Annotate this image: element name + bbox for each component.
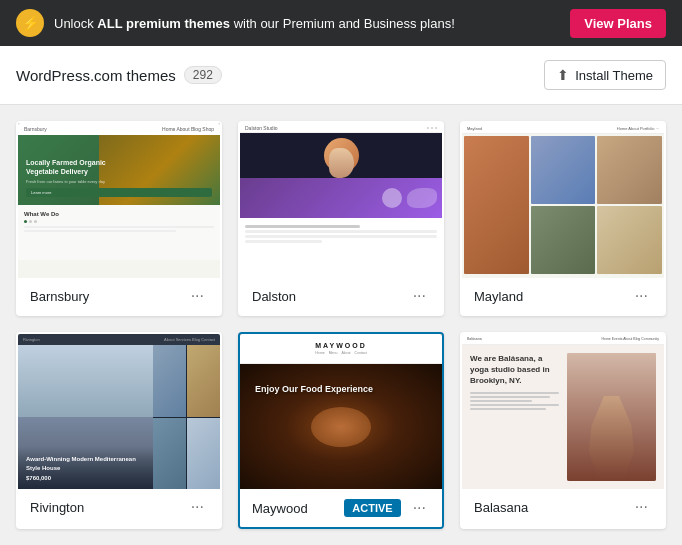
install-theme-button[interactable]: ⬆ Install Theme — [544, 60, 666, 90]
balasana-name: Balasana — [474, 500, 528, 515]
maywood-more-button[interactable]: ··· — [409, 500, 430, 516]
title-area: WordPress.com themes 292 — [16, 66, 222, 84]
barnsbury-footer: Barnsbury ··· — [18, 278, 220, 314]
mayland-more-button[interactable]: ··· — [631, 288, 652, 304]
barnsbury-name: Barnsbury — [30, 289, 89, 304]
page-header: WordPress.com themes 292 ⬆ Install Theme — [0, 46, 682, 105]
banner-text: Unlock ALL premium themes with our Premi… — [54, 16, 455, 31]
rivington-thumbnail: Rivington About Services Blog Contact Aw… — [18, 334, 220, 489]
rivington-footer: Rivington ··· — [18, 489, 220, 525]
theme-card-mayland[interactable]: Mayland Home About Portfolio ··· Mayland — [460, 121, 666, 316]
dalston-more-button[interactable]: ··· — [409, 288, 430, 304]
promo-banner: ⚡ Unlock ALL premium themes with our Pre… — [0, 0, 682, 46]
active-badge: ACTIVE — [344, 499, 400, 517]
barnsbury-more-button[interactable]: ··· — [187, 288, 208, 304]
theme-card-rivington[interactable]: Rivington About Services Blog Contact Aw… — [16, 332, 222, 529]
mayland-thumbnail: Mayland Home About Portfolio ··· — [462, 123, 664, 278]
balasana-footer: Balasana ··· — [462, 489, 664, 525]
lightning-icon: ⚡ — [16, 9, 44, 37]
mayland-name: Mayland — [474, 289, 523, 304]
dalston-thumbnail: Dalston Studio — [240, 123, 442, 278]
themes-grid: Barnsbury Home About Blog Shop Locally F… — [16, 121, 666, 529]
barnsbury-thumbnail: Barnsbury Home About Blog Shop Locally F… — [18, 123, 220, 278]
themes-container: Barnsbury Home About Blog Shop Locally F… — [0, 105, 682, 545]
dalston-footer: Dalston ··· — [240, 278, 442, 314]
theme-count-badge: 292 — [184, 66, 222, 84]
balasana-more-button[interactable]: ··· — [631, 499, 652, 515]
page-title: WordPress.com themes — [16, 67, 176, 84]
theme-card-dalston[interactable]: Dalston Studio — [238, 121, 444, 316]
maywood-name: Maywood — [252, 501, 308, 516]
rivington-name: Rivington — [30, 500, 84, 515]
mayland-footer: Mayland ··· — [462, 278, 664, 314]
view-plans-button[interactable]: View Plans — [570, 9, 666, 38]
theme-card-balasana[interactable]: Balásana Home Events About Blog Communit… — [460, 332, 666, 529]
upload-icon: ⬆ — [557, 67, 569, 83]
banner-content: ⚡ Unlock ALL premium themes with our Pre… — [16, 9, 455, 37]
rivington-more-button[interactable]: ··· — [187, 499, 208, 515]
maywood-thumbnail: MAYWOOD Home Menu About Contact Enjoy Ou… — [240, 334, 442, 489]
maywood-footer: Maywood ACTIVE ··· — [240, 489, 442, 527]
theme-card-maywood[interactable]: MAYWOOD Home Menu About Contact Enjoy Ou… — [238, 332, 444, 529]
balasana-thumbnail: Balásana Home Events About Blog Communit… — [462, 334, 664, 489]
dalston-name: Dalston — [252, 289, 296, 304]
theme-card-barnsbury[interactable]: Barnsbury Home About Blog Shop Locally F… — [16, 121, 222, 316]
